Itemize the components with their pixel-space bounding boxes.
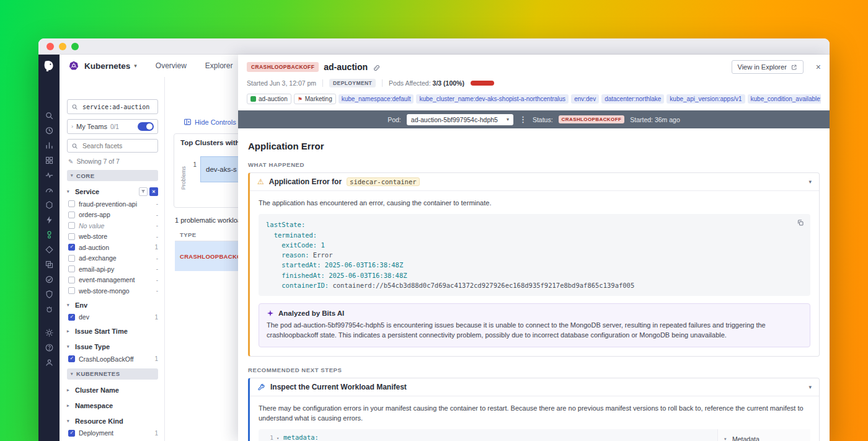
copy-icon[interactable] — [797, 219, 804, 226]
outline-item[interactable]: ▾ Metadata — [724, 434, 804, 441]
metrics-icon[interactable] — [45, 141, 54, 150]
search-icon — [71, 104, 78, 110]
history-icon[interactable] — [45, 126, 54, 135]
facet-item[interactable]: Deployment 1 — [67, 428, 158, 439]
account-icon[interactable] — [45, 358, 54, 367]
team-flag-icon: ⚑ — [298, 96, 303, 102]
close-window-button[interactable] — [46, 43, 54, 50]
copy-link-icon[interactable] — [373, 63, 381, 71]
pods-affected: Pods Affected: 3/3 (100%) — [389, 79, 464, 87]
my-teams-filter[interactable]: › My Teams 0/1 — [67, 119, 158, 134]
search-input[interactable] — [81, 103, 154, 111]
external-link-icon — [790, 64, 797, 71]
facet-item[interactable]: ad-auction 1 — [67, 242, 158, 253]
zoom-window-button[interactable] — [71, 43, 79, 50]
team-tag[interactable]: ⚑ Marketing — [294, 94, 336, 104]
synthetics-icon[interactable] — [45, 245, 54, 254]
service-catalog-icon[interactable] — [45, 230, 54, 239]
error-tracking-icon[interactable] — [45, 305, 54, 314]
search-query-box[interactable] — [67, 99, 158, 114]
outline-caret-icon: ▾ — [724, 437, 729, 441]
facet-item[interactable]: orders-app - — [67, 210, 158, 221]
facet-checkbox[interactable] — [68, 212, 75, 218]
ci-cd-icon[interactable] — [45, 275, 54, 284]
facet-group-issue-start-time[interactable]: ▸ Issue Start Time — [67, 324, 158, 338]
facet-checkbox[interactable] — [68, 355, 75, 362]
section-core[interactable]: ▾ CORE — [67, 170, 158, 181]
facet-group-cluster-name[interactable]: ▸ Cluster Name — [67, 383, 158, 397]
search-icon — [71, 143, 78, 149]
facet-checkbox[interactable] — [68, 265, 75, 272]
facet-checkbox[interactable] — [68, 430, 75, 437]
datadog-logo-icon[interactable] — [42, 59, 56, 73]
facet-item[interactable]: CrashLoopBackOff 1 — [67, 354, 158, 365]
facet-checkbox[interactable] — [68, 314, 75, 321]
service-tag[interactable]: ad-auction — [247, 94, 291, 104]
chart-tick: 1 — [190, 161, 197, 168]
minimize-window-button[interactable] — [59, 43, 66, 50]
facet-item[interactable]: fraud-prevention-api - — [67, 198, 158, 210]
facet-item[interactable]: web-store - — [67, 231, 158, 243]
facet-item[interactable]: web-store-mongo - — [67, 285, 158, 296]
close-panel-icon[interactable]: × — [816, 62, 821, 72]
edit-icon[interactable]: ✎ — [68, 158, 73, 165]
fold-caret-icon[interactable]: ▾ — [277, 435, 283, 441]
facet-checkbox[interactable] — [68, 277, 75, 283]
attribute-tag[interactable]: kube_namespace:default — [339, 94, 414, 104]
left-nav-rail — [38, 55, 60, 441]
facet-search-box[interactable] — [67, 139, 158, 153]
dashboards-icon[interactable] — [45, 156, 54, 165]
facet-checkbox[interactable] — [68, 287, 75, 294]
apm-icon[interactable] — [45, 185, 54, 195]
help-icon[interactable] — [45, 343, 54, 352]
facet-group-resource-kind[interactable]: ▾ Resource Kind — [67, 414, 158, 428]
filter-funnel-icon[interactable] — [139, 187, 148, 196]
attribute-tag[interactable]: datacenter:northlake — [601, 94, 664, 104]
facet-checkbox[interactable] — [68, 233, 75, 240]
clear-filter-icon[interactable]: × — [149, 187, 158, 196]
status-label: Status: — [533, 116, 553, 123]
infrastructure-icon[interactable] — [45, 200, 54, 210]
header-tab[interactable]: Overview — [156, 61, 187, 70]
security-icon[interactable] — [45, 290, 54, 299]
bits-ai-analysis: The pod ad-auction-5bf997954c-hdph5 is e… — [267, 321, 802, 341]
facet-group-env[interactable]: ▾ Env — [67, 298, 158, 312]
settings-icon[interactable] — [45, 328, 54, 337]
facet-checkbox[interactable] — [68, 255, 75, 262]
rum-icon[interactable] — [45, 260, 54, 269]
facet-group-service[interactable]: ▾ Service × — [67, 185, 158, 198]
facet-checkbox[interactable] — [68, 200, 75, 207]
error-card-header[interactable]: ⚠ Application Error for sidecar-containe… — [250, 173, 819, 190]
facet-item[interactable]: ad-exchange - — [67, 253, 158, 264]
chevron-down-icon[interactable]: ▾ — [808, 179, 812, 185]
manifest-card-header[interactable]: Inspect the Current Workload Manifest ▾ — [250, 378, 819, 396]
window-titlebar[interactable] — [38, 38, 830, 55]
chevron-down-icon: ▾ — [67, 303, 72, 308]
search-icon[interactable] — [45, 111, 54, 120]
chevron-down-icon[interactable]: ▾ — [134, 63, 137, 69]
facet-checkbox[interactable] — [68, 244, 75, 251]
watchdog-icon[interactable] — [45, 171, 54, 180]
pod-dropdown[interactable]: ad-auction-5bf997954c-hdph5 ▾ — [407, 114, 513, 125]
attribute-tag[interactable]: kube_cluster_name:dev-aks-shopist-a-nort… — [416, 94, 569, 104]
logs-icon[interactable] — [45, 215, 54, 225]
kebab-menu-icon[interactable]: ⋮ — [519, 115, 527, 124]
chevron-down-icon: ▾ — [71, 173, 73, 178]
facet-checkbox[interactable] — [68, 222, 75, 229]
header-tab[interactable]: Explorer — [205, 61, 233, 70]
facet-item[interactable]: event-management - — [67, 275, 158, 286]
attribute-tag[interactable]: kube_api_version:apps/v1 — [666, 94, 745, 104]
view-in-explorer-button[interactable]: View in Explorer — [732, 60, 804, 74]
facet-search-input[interactable] — [81, 141, 154, 150]
facet-item[interactable]: email-api-py - — [67, 264, 158, 275]
attribute-tag[interactable]: kube_condition_available:false — [748, 94, 821, 104]
chevron-down-icon[interactable]: ▾ — [808, 384, 812, 390]
my-teams-toggle[interactable] — [138, 122, 154, 131]
facet-group-issue-type[interactable]: ▾ Issue Type — [67, 340, 158, 354]
section-kubernetes[interactable]: ▾ KUBERNETES — [67, 368, 158, 380]
attribute-tag[interactable]: env:dev — [571, 94, 599, 104]
facet-group-namespace[interactable]: ▸ Namespace — [67, 399, 158, 412]
kubernetes-icon — [68, 60, 79, 71]
facet-item[interactable]: dev 1 — [67, 312, 158, 323]
facet-item[interactable]: No value - — [67, 220, 158, 231]
